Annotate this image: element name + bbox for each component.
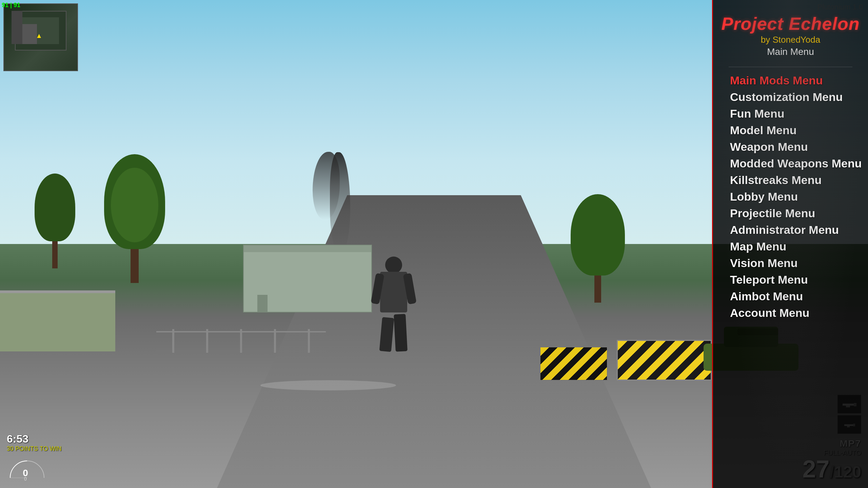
menu-item-weapon-menu[interactable]: Weapon Menu [730,139,808,155]
building-main [243,245,372,312]
menu-title: Project Echelon [722,14,860,34]
tree-left [104,154,165,283]
tree-left-2 [35,174,75,268]
player-character [373,257,414,351]
fps-counter: 91 | 91 [2,2,20,9]
menu-section-title: Main Menu [767,46,814,57]
menu-subtitle: by StonedYoda [761,35,820,45]
menu-items-list: Main Mods MenuCustomization MenuFun Menu… [713,73,868,321]
main-menu-overlay: Project Echelon by StonedYoda Main Menu … [712,0,868,488]
menu-item-account-menu[interactable]: Account Menu [730,305,809,321]
hud-bottom-left: 6:53 30 POINTS TO WIN 0 0 [7,433,61,481]
menu-item-administrator-menu[interactable]: Administrator Menu [730,222,839,238]
barrier-right [617,340,712,381]
hud-timer: 6:53 [7,433,61,445]
hud-score-arc: 0 0 [7,454,47,481]
menu-item-vision-menu[interactable]: Vision Menu [730,255,798,271]
fence [156,331,326,351]
menu-item-map-menu[interactable]: Map Menu [730,239,786,255]
menu-item-teleport-menu[interactable]: Teleport Menu [730,272,808,288]
minimap [3,3,78,71]
ground-debris [260,380,396,390]
menu-divider [729,67,853,67]
menu-item-aimbot-menu[interactable]: Aimbot Menu [730,288,803,304]
menu-item-killstreaks-menu[interactable]: Killstreaks Menu [730,172,822,188]
menu-item-main-mods-menu[interactable]: Main Mods Menu [730,73,823,88]
menu-item-projectile-menu[interactable]: Projectile Menu [730,205,815,221]
wall-left [0,290,115,351]
hud-points-label: 30 POINTS TO WIN [7,445,61,452]
tree-right [571,194,625,303]
menu-item-modded-weapons-menu[interactable]: Modded Weapons Menu [730,156,862,171]
menu-item-fun-menu[interactable]: Fun Menu [730,106,785,122]
menu-item-customization-menu[interactable]: Customization Menu [730,89,843,105]
menu-item-model-menu[interactable]: Model Menu [730,122,796,138]
menu-item-lobby-menu[interactable]: Lobby Menu [730,189,798,205]
barrier-right-2 [540,347,608,381]
svg-text:0: 0 [24,476,27,481]
